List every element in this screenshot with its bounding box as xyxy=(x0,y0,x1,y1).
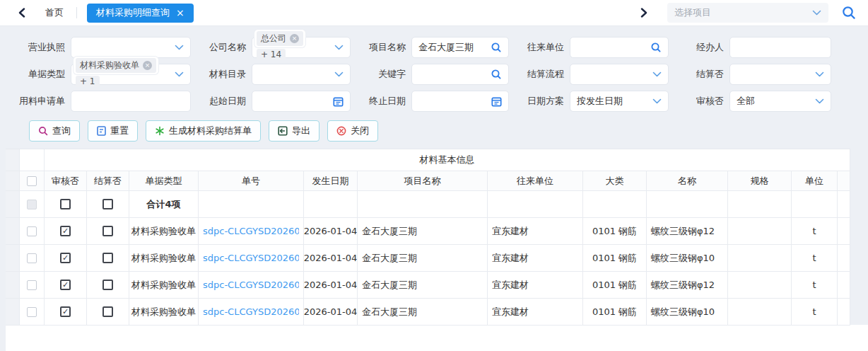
filter-doc-type: 单据类型材料采购验收单×+ 1 xyxy=(10,64,191,85)
company-name-more-count[interactable]: + 14 xyxy=(257,49,286,60)
grid-scroll-area[interactable] xyxy=(850,149,868,325)
settle-checkbox[interactable] xyxy=(102,306,113,317)
query-button[interactable]: 查询 xyxy=(29,120,80,142)
row-checkbox[interactable] xyxy=(27,307,37,317)
business-license-select[interactable] xyxy=(71,37,191,58)
handler-input[interactable] xyxy=(729,37,831,58)
chevron-down-icon xyxy=(815,98,824,104)
filter-label-business-license: 营业执照 xyxy=(10,41,65,54)
export-button[interactable]: 导出 xyxy=(269,120,319,142)
top-tab-bar: 首页 材料采购明细查询 × 选择项目 xyxy=(0,0,868,26)
results-table-container: 材料基本信息审核否结算否单据类型单号发生日期项目名称往来单位大类名称规格单位合计… xyxy=(6,149,868,325)
doc-type-select[interactable]: 材料采购验收单×+ 1 xyxy=(71,64,191,85)
row-audit-cell: ✓ xyxy=(45,299,87,326)
settled-select[interactable] xyxy=(729,64,831,85)
settle-checkbox[interactable] xyxy=(102,253,113,263)
chevron-down-icon xyxy=(175,45,184,50)
filter-label-settlement-flow: 结算流程 xyxy=(509,68,564,81)
filter-material-catalog: 材料目录 xyxy=(191,64,351,85)
filter-label-settled: 结算否 xyxy=(669,68,724,81)
settle-checkbox[interactable] xyxy=(102,226,113,236)
cell-doc-type: 材料采购验收单 xyxy=(129,272,199,299)
filter-settled: 结算否 xyxy=(669,64,831,85)
summary-settle-cell xyxy=(87,191,129,218)
audit-checkbox[interactable] xyxy=(60,199,71,209)
row-gutter xyxy=(6,299,20,326)
doc-type-more-count[interactable]: + 1 xyxy=(76,76,100,87)
chevron-down-icon xyxy=(815,71,824,77)
filter-counterparty: 往来单位 xyxy=(509,37,669,58)
header-cell-2: 单据类型 xyxy=(129,171,199,191)
calendar-icon xyxy=(491,96,502,107)
doc-type-tag-wrap: 材料采购验收单× xyxy=(74,57,158,74)
audit-checkbox[interactable]: ✓ xyxy=(60,253,71,263)
start-date-date-input[interactable] xyxy=(252,91,351,112)
summary-empty-cell xyxy=(358,191,488,218)
chevron-down-icon xyxy=(652,98,662,104)
audit-checkbox[interactable]: ✓ xyxy=(60,226,71,236)
settle-checkbox[interactable] xyxy=(102,199,113,209)
audit-checkbox[interactable]: ✓ xyxy=(60,306,71,317)
filter-row: 用料申请单起始日期终止日期日期方案按发生日期审核否全部 xyxy=(10,91,858,112)
cell-project: 金石大厦三期 xyxy=(358,218,488,245)
doc-no-link[interactable]: sdpc-CLCGYSD20260104 xyxy=(203,253,299,263)
cell-vendor: 宜东建材 xyxy=(488,272,583,299)
summary-empty-cell xyxy=(647,191,728,218)
doc-type-tag: 材料采购验收单× xyxy=(76,58,156,73)
select-all-checkbox[interactable] xyxy=(27,176,37,186)
filter-label-handler: 经办人 xyxy=(669,41,724,54)
tag-close-icon[interactable]: × xyxy=(290,34,299,43)
summary-empty-cell xyxy=(488,191,583,218)
global-search-icon[interactable] xyxy=(841,5,857,21)
keyword-search-input[interactable] xyxy=(411,64,509,85)
filter-label-doc-type: 单据类型 xyxy=(10,68,65,81)
calendar-icon xyxy=(333,96,344,107)
chevron-down-icon xyxy=(334,45,344,50)
header-cell-6: 往来单位 xyxy=(488,171,583,191)
group-header-row: 材料基本信息 xyxy=(6,149,850,171)
cell-doc-type: 材料采购验收单 xyxy=(129,245,199,272)
cell-doc-no: sdpc-CLCGYSD20260105 xyxy=(199,272,304,299)
tab-close-icon[interactable]: × xyxy=(176,8,184,18)
counterparty-search-input[interactable] xyxy=(570,37,669,58)
audited-select[interactable]: 全部 xyxy=(729,91,831,112)
date-scheme-value: 按发生日期 xyxy=(577,95,652,108)
material-request-input[interactable] xyxy=(71,91,191,112)
cell-unit: t xyxy=(792,299,838,326)
doc-no-link[interactable]: sdpc-CLCGYSD20260105 xyxy=(203,280,299,290)
cell-project: 金石大厦三期 xyxy=(358,299,488,326)
row-checkbox[interactable] xyxy=(27,253,37,263)
material-catalog-select[interactable] xyxy=(252,64,351,85)
table-row: ✓材料采购验收单sdpc-CLCGYSD202601042026-01-04金石… xyxy=(6,245,850,272)
tab-material-purchase-detail-query[interactable]: 材料采购明细查询 × xyxy=(87,4,194,23)
company-name-select[interactable]: 总公司×+ 14 xyxy=(252,37,351,58)
row-checkbox[interactable] xyxy=(27,226,37,236)
generate-settlement-button[interactable]: 生成材料采购结算单 xyxy=(146,120,261,142)
filter-project-name: 项目名称金石大厦三期 xyxy=(351,37,509,58)
date-scheme-select[interactable]: 按发生日期 xyxy=(570,91,669,112)
settlement-flow-select[interactable] xyxy=(570,64,669,85)
doc-no-link[interactable]: sdpc-CLCGYSD20260104 xyxy=(203,226,299,236)
settle-checkbox[interactable] xyxy=(102,280,113,290)
table-row: ✓材料采购验收单sdpc-CLCGYSD202601052026-01-04金石… xyxy=(6,272,850,299)
end-date-date-input[interactable] xyxy=(411,91,509,112)
back-chevron-icon[interactable] xyxy=(14,5,30,21)
active-tab-label: 材料采购明细查询 xyxy=(96,6,170,19)
reset-button[interactable]: 重置 xyxy=(88,120,138,142)
row-checkbox[interactable] xyxy=(27,280,37,290)
tag-close-icon[interactable]: × xyxy=(143,61,152,70)
audit-checkbox[interactable]: ✓ xyxy=(60,280,71,290)
project-name-value: 金石大厦三期 xyxy=(418,41,491,54)
project-name-search-input[interactable]: 金石大厦三期 xyxy=(411,37,509,58)
forward-chevron-icon[interactable] xyxy=(636,5,652,21)
filter-label-counterparty: 往来单位 xyxy=(509,41,564,54)
doc-no-link[interactable]: sdpc-CLCGYSD20260105 xyxy=(203,306,299,317)
project-select[interactable]: 选择项目 xyxy=(667,3,828,23)
cell-date: 2026-01-04 xyxy=(304,272,358,299)
summary-empty-cell xyxy=(304,191,358,218)
cell-material-name: 螺纹三级钢φ12 xyxy=(647,272,728,299)
cell-category: 0101 钢筋 xyxy=(583,245,647,272)
cell-project: 金石大厦三期 xyxy=(358,245,488,272)
close-button[interactable]: 关闭 xyxy=(327,120,378,142)
tab-home[interactable]: 首页 xyxy=(45,6,64,19)
